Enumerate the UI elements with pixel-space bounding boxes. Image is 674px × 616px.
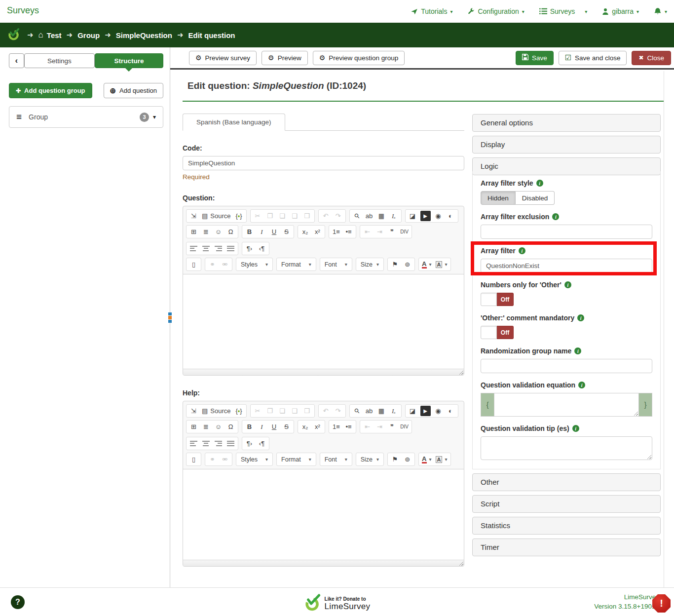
- group-list-item[interactable]: ≡ Group 3 ▾: [9, 106, 163, 128]
- preview-button[interactable]: ⚙Preview: [262, 51, 308, 65]
- format-select[interactable]: Format▾: [278, 453, 315, 465]
- text-color-button[interactable]: A▾: [420, 258, 433, 270]
- underline-button[interactable]: U: [268, 421, 280, 433]
- accordion-general-options[interactable]: General options: [472, 114, 661, 132]
- preview-question-group-button[interactable]: ⚙Preview question group: [313, 51, 405, 65]
- donate-link[interactable]: Like it? Donate to LimeSurvey: [304, 594, 371, 614]
- align-center-icon[interactable]: [200, 437, 212, 450]
- other-comment-mandatory-toggle[interactable]: Off: [481, 326, 514, 339]
- tab-structure[interactable]: Structure: [95, 53, 163, 68]
- tab-language-spanish[interactable]: Spanish (Base language): [183, 114, 285, 131]
- select-all-icon[interactable]: ▦: [375, 210, 388, 222]
- size-select[interactable]: Size▾: [357, 258, 382, 270]
- add-question-button[interactable]: ⊕ Add question: [104, 83, 163, 98]
- bidi-icon[interactable]: ▯: [187, 453, 200, 465]
- array-filter-input[interactable]: [481, 259, 652, 273]
- align-left-icon[interactable]: [187, 242, 200, 255]
- language-icon[interactable]: ⊚: [401, 453, 413, 465]
- maximize-icon[interactable]: ⇲: [187, 210, 200, 222]
- blockquote-icon[interactable]: ❞: [386, 226, 398, 238]
- horizontal-rule-icon[interactable]: ≣: [200, 226, 212, 238]
- validation-tip-textarea[interactable]: [481, 436, 652, 460]
- media-icon[interactable]: ◉: [432, 210, 445, 222]
- accordion-statistics[interactable]: Statistics: [472, 517, 661, 535]
- info-icon[interactable]: i: [577, 314, 584, 321]
- ordered-list-icon[interactable]: 1≡: [330, 226, 342, 238]
- superscript-icon[interactable]: x²: [311, 421, 324, 433]
- align-right-icon[interactable]: [212, 242, 225, 255]
- accordion-timer[interactable]: Timer: [472, 539, 661, 556]
- align-justify-icon[interactable]: [225, 437, 237, 450]
- bullet-list-icon[interactable]: •≡: [342, 421, 355, 433]
- info-icon[interactable]: i: [564, 281, 571, 288]
- help-button[interactable]: ?: [11, 595, 25, 609]
- accordion-display[interactable]: Display: [472, 136, 661, 154]
- bullet-list-icon[interactable]: •≡: [342, 226, 355, 238]
- flash-icon[interactable]: ▶: [420, 406, 431, 416]
- numbers-only-other-toggle[interactable]: Off: [481, 293, 514, 306]
- limesurvey-logo[interactable]: [7, 28, 20, 43]
- dir-rtl-icon[interactable]: ‹¶: [256, 242, 268, 255]
- select-all-icon[interactable]: ▦: [375, 405, 388, 417]
- smiley-icon[interactable]: ☺: [212, 226, 225, 238]
- ordered-list-icon[interactable]: 1≡: [330, 421, 342, 433]
- alert-badge[interactable]: !: [652, 594, 671, 613]
- source-button[interactable]: ▤Source: [200, 210, 233, 222]
- align-right-icon[interactable]: [212, 437, 225, 450]
- styles-select[interactable]: Styles▾: [237, 258, 271, 270]
- font-select[interactable]: Font▾: [321, 258, 351, 270]
- drag-handle-icon[interactable]: ≡: [16, 112, 22, 122]
- bold-button[interactable]: B: [243, 421, 256, 433]
- tab-settings[interactable]: Settings: [24, 53, 95, 68]
- align-left-icon[interactable]: [187, 437, 200, 450]
- underline-button[interactable]: U: [268, 226, 280, 238]
- div-button[interactable]: DIV: [398, 226, 411, 238]
- align-justify-icon[interactable]: [225, 242, 237, 255]
- bidi-icon[interactable]: ▯: [187, 258, 200, 270]
- save-button[interactable]: Save: [516, 51, 554, 65]
- table-icon[interactable]: ⊞: [187, 421, 200, 433]
- info-icon[interactable]: i: [552, 213, 559, 220]
- anchor-icon[interactable]: ⚑: [389, 453, 401, 465]
- blockquote-icon[interactable]: ❞: [386, 421, 398, 433]
- array-filter-style-hidden-button[interactable]: Hidden: [481, 191, 516, 205]
- replacement-fields-icon[interactable]: {•}: [233, 210, 245, 222]
- accordion-script[interactable]: Script: [472, 495, 661, 513]
- breadcrumb-survey[interactable]: ⌂ Test: [38, 30, 62, 40]
- dir-ltr-icon[interactable]: ¶›: [243, 437, 256, 450]
- resize-grip-icon[interactable]: [458, 369, 463, 375]
- subscript-icon[interactable]: x₂: [299, 226, 311, 238]
- question-editor-body[interactable]: [183, 274, 464, 369]
- remove-format-icon[interactable]: Iₓ: [388, 210, 400, 222]
- font-select[interactable]: Font▾: [321, 453, 351, 465]
- styles-select[interactable]: Styles▾: [237, 453, 271, 465]
- chevron-down-icon[interactable]: ▾: [153, 114, 156, 120]
- info-icon[interactable]: i: [574, 347, 581, 354]
- info-icon[interactable]: i: [572, 425, 579, 432]
- align-center-icon[interactable]: [200, 242, 212, 255]
- smiley-icon[interactable]: ☺: [212, 421, 225, 433]
- horizontal-rule-icon[interactable]: ≣: [200, 421, 212, 433]
- help-editor-body[interactable]: [183, 469, 464, 560]
- subscript-icon[interactable]: x₂: [299, 421, 311, 433]
- flash-icon[interactable]: ▶: [420, 211, 431, 221]
- resize-grip-icon[interactable]: [458, 560, 463, 566]
- breadcrumb-group[interactable]: Group: [77, 31, 100, 39]
- array-filter-style-disabled-button[interactable]: Disabled: [516, 191, 555, 205]
- add-question-group-button[interactable]: ✚ Add question group: [9, 83, 92, 98]
- special-char-icon[interactable]: Ω: [225, 226, 237, 238]
- table-icon[interactable]: ⊞: [187, 226, 200, 238]
- info-icon[interactable]: i: [536, 180, 543, 187]
- special-char-icon[interactable]: Ω: [225, 421, 237, 433]
- info-icon[interactable]: i: [519, 247, 525, 254]
- array-filter-exclusion-input[interactable]: [481, 225, 652, 239]
- text-color-button[interactable]: A▾: [420, 453, 433, 465]
- dir-rtl-icon[interactable]: ‹¶: [256, 437, 268, 450]
- div-button[interactable]: DIV: [398, 421, 411, 433]
- randomization-group-input[interactable]: [481, 359, 652, 373]
- italic-button[interactable]: I: [256, 421, 268, 433]
- strike-button[interactable]: S: [280, 226, 293, 238]
- oembed-icon[interactable]: ◐: [445, 405, 457, 417]
- bg-color-button[interactable]: A▾: [434, 453, 449, 465]
- code-input[interactable]: [183, 156, 464, 170]
